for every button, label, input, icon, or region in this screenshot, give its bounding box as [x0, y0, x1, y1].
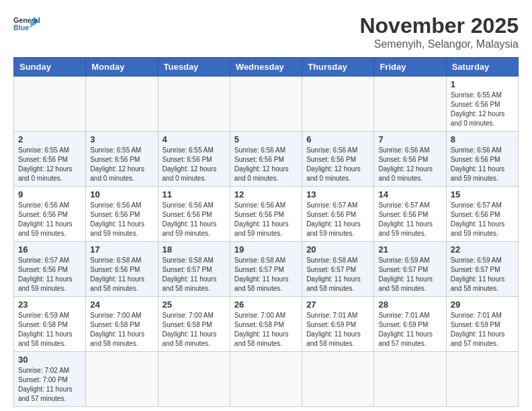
calendar-cell: 8Sunrise: 6:56 AM Sunset: 6:56 PM Daylig… [446, 132, 518, 187]
page-header: General Blue November 2025 Semenyih, Sel… [13, 13, 519, 50]
day-info: Sunrise: 7:01 AM Sunset: 6:59 PM Dayligh… [451, 311, 514, 349]
calendar-week-row: 23Sunrise: 6:59 AM Sunset: 6:58 PM Dayli… [14, 297, 519, 352]
calendar-header-row: SundayMondayTuesdayWednesdayThursdayFrid… [14, 58, 519, 77]
title-area: November 2025 Semenyih, Selangor, Malays… [359, 13, 519, 50]
weekday-header: Friday [374, 58, 446, 77]
day-number: 28 [378, 300, 441, 310]
day-number: 12 [234, 189, 298, 199]
calendar-week-row: 30Sunrise: 7:02 AM Sunset: 7:00 PM Dayli… [14, 352, 519, 407]
day-info: Sunrise: 6:57 AM Sunset: 6:56 PM Dayligh… [18, 256, 81, 293]
calendar-week-row: 16Sunrise: 6:57 AM Sunset: 6:56 PM Dayli… [14, 242, 519, 297]
weekday-header: Monday [86, 58, 158, 77]
month-title: November 2025 [359, 13, 519, 38]
calendar-cell: 24Sunrise: 7:00 AM Sunset: 6:58 PM Dayli… [86, 297, 158, 352]
logo: General Blue [13, 13, 40, 35]
day-info: Sunrise: 6:56 AM Sunset: 6:56 PM Dayligh… [234, 201, 298, 238]
calendar-cell: 19Sunrise: 6:58 AM Sunset: 6:57 PM Dayli… [230, 242, 302, 297]
day-number: 2 [18, 134, 81, 144]
calendar-cell [158, 352, 230, 407]
calendar-cell: 22Sunrise: 6:59 AM Sunset: 6:57 PM Dayli… [446, 242, 518, 297]
day-number: 30 [18, 355, 81, 365]
day-number: 11 [163, 189, 226, 199]
calendar-cell [302, 352, 374, 407]
day-info: Sunrise: 6:56 AM Sunset: 6:56 PM Dayligh… [378, 146, 441, 183]
day-number: 14 [378, 189, 441, 199]
calendar-table: SundayMondayTuesdayWednesdayThursdayFrid… [13, 57, 519, 407]
calendar-cell: 7Sunrise: 6:56 AM Sunset: 6:56 PM Daylig… [374, 132, 446, 187]
calendar-cell: 21Sunrise: 6:59 AM Sunset: 6:57 PM Dayli… [374, 242, 446, 297]
day-info: Sunrise: 7:01 AM Sunset: 6:59 PM Dayligh… [378, 311, 441, 349]
calendar-cell: 15Sunrise: 6:57 AM Sunset: 6:56 PM Dayli… [446, 187, 518, 242]
day-number: 18 [163, 244, 226, 255]
day-info: Sunrise: 7:00 AM Sunset: 6:58 PM Dayligh… [163, 311, 226, 349]
logo-icon: General Blue [13, 13, 40, 34]
day-number: 16 [18, 244, 81, 255]
weekday-header: Tuesday [158, 58, 230, 77]
calendar-cell [302, 77, 374, 132]
day-info: Sunrise: 6:56 AM Sunset: 6:56 PM Dayligh… [306, 146, 369, 183]
day-number: 15 [451, 189, 514, 199]
day-number: 1 [451, 79, 514, 89]
calendar-cell: 23Sunrise: 6:59 AM Sunset: 6:58 PM Dayli… [14, 297, 86, 352]
day-number: 27 [306, 300, 369, 310]
calendar-cell: 10Sunrise: 6:56 AM Sunset: 6:56 PM Dayli… [86, 187, 158, 242]
calendar-cell: 6Sunrise: 6:56 AM Sunset: 6:56 PM Daylig… [302, 132, 374, 187]
weekday-header: Wednesday [230, 58, 302, 77]
calendar-cell: 4Sunrise: 6:55 AM Sunset: 6:56 PM Daylig… [158, 132, 230, 187]
day-number: 6 [306, 134, 369, 144]
day-info: Sunrise: 6:59 AM Sunset: 6:57 PM Dayligh… [451, 256, 514, 293]
calendar-week-row: 9Sunrise: 6:56 AM Sunset: 6:56 PM Daylig… [14, 187, 519, 242]
calendar-cell: 28Sunrise: 7:01 AM Sunset: 6:59 PM Dayli… [374, 297, 446, 352]
calendar-cell [374, 77, 446, 132]
day-number: 5 [234, 134, 298, 144]
day-info: Sunrise: 6:58 AM Sunset: 6:57 PM Dayligh… [306, 256, 369, 293]
calendar-cell [14, 77, 86, 132]
calendar-cell: 13Sunrise: 6:57 AM Sunset: 6:56 PM Dayli… [302, 187, 374, 242]
day-info: Sunrise: 7:02 AM Sunset: 7:00 PM Dayligh… [18, 366, 81, 404]
day-number: 3 [90, 134, 153, 144]
day-number: 13 [306, 189, 369, 199]
weekday-header: Saturday [446, 58, 518, 77]
day-number: 20 [306, 244, 369, 255]
day-number: 21 [378, 244, 441, 255]
day-info: Sunrise: 6:58 AM Sunset: 6:57 PM Dayligh… [234, 256, 298, 293]
day-number: 7 [378, 134, 441, 144]
calendar-cell [230, 77, 302, 132]
day-info: Sunrise: 6:56 AM Sunset: 6:56 PM Dayligh… [451, 146, 514, 183]
day-info: Sunrise: 6:57 AM Sunset: 6:56 PM Dayligh… [378, 201, 441, 238]
day-info: Sunrise: 6:55 AM Sunset: 6:56 PM Dayligh… [451, 91, 514, 128]
weekday-header: Sunday [14, 58, 86, 77]
day-info: Sunrise: 6:59 AM Sunset: 6:58 PM Dayligh… [18, 311, 81, 349]
calendar-cell: 25Sunrise: 7:00 AM Sunset: 6:58 PM Dayli… [158, 297, 230, 352]
calendar-cell: 17Sunrise: 6:58 AM Sunset: 6:56 PM Dayli… [86, 242, 158, 297]
day-number: 25 [163, 300, 226, 310]
day-info: Sunrise: 6:57 AM Sunset: 6:56 PM Dayligh… [451, 201, 514, 238]
day-number: 10 [90, 189, 153, 199]
calendar-cell [230, 352, 302, 407]
day-info: Sunrise: 7:01 AM Sunset: 6:59 PM Dayligh… [306, 311, 369, 349]
calendar-cell: 9Sunrise: 6:56 AM Sunset: 6:56 PM Daylig… [14, 187, 86, 242]
day-number: 8 [451, 134, 514, 144]
day-info: Sunrise: 6:57 AM Sunset: 6:56 PM Dayligh… [306, 201, 369, 238]
location-title: Semenyih, Selangor, Malaysia [359, 38, 519, 50]
day-info: Sunrise: 6:55 AM Sunset: 6:56 PM Dayligh… [163, 146, 226, 183]
calendar-cell: 12Sunrise: 6:56 AM Sunset: 6:56 PM Dayli… [230, 187, 302, 242]
day-info: Sunrise: 7:00 AM Sunset: 6:58 PM Dayligh… [90, 311, 153, 349]
svg-text:Blue: Blue [13, 24, 29, 32]
calendar-cell: 27Sunrise: 7:01 AM Sunset: 6:59 PM Dayli… [302, 297, 374, 352]
day-info: Sunrise: 6:58 AM Sunset: 6:56 PM Dayligh… [90, 256, 153, 293]
calendar-cell: 18Sunrise: 6:58 AM Sunset: 6:57 PM Dayli… [158, 242, 230, 297]
day-number: 17 [90, 244, 153, 255]
calendar-cell: 26Sunrise: 7:00 AM Sunset: 6:58 PM Dayli… [230, 297, 302, 352]
calendar-cell: 3Sunrise: 6:55 AM Sunset: 6:56 PM Daylig… [86, 132, 158, 187]
day-info: Sunrise: 6:56 AM Sunset: 6:56 PM Dayligh… [18, 201, 81, 238]
day-number: 23 [18, 300, 81, 310]
calendar-cell [446, 352, 518, 407]
calendar-cell: 1Sunrise: 6:55 AM Sunset: 6:56 PM Daylig… [446, 77, 518, 132]
calendar-week-row: 1Sunrise: 6:55 AM Sunset: 6:56 PM Daylig… [14, 77, 519, 132]
day-info: Sunrise: 6:56 AM Sunset: 6:56 PM Dayligh… [234, 146, 298, 183]
day-info: Sunrise: 6:58 AM Sunset: 6:57 PM Dayligh… [163, 256, 226, 293]
day-info: Sunrise: 7:00 AM Sunset: 6:58 PM Dayligh… [234, 311, 298, 349]
calendar-cell: 2Sunrise: 6:55 AM Sunset: 6:56 PM Daylig… [14, 132, 86, 187]
day-number: 29 [451, 300, 514, 310]
